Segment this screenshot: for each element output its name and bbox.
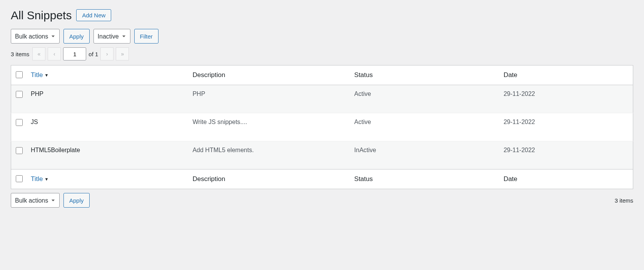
- description-column-header: Description: [189, 65, 350, 85]
- row-description: Write JS snippets....: [189, 113, 350, 141]
- status-column-header: Status: [350, 65, 500, 85]
- status-filter-select[interactable]: Inactive: [93, 29, 130, 44]
- select-all-checkbox-top[interactable]: [16, 71, 23, 78]
- row-checkbox[interactable]: [16, 91, 23, 98]
- last-page-button[interactable]: »: [116, 47, 129, 60]
- next-page-button[interactable]: ›: [100, 47, 113, 60]
- sort-down-icon: ▼: [45, 177, 49, 181]
- title-column-label-footer: Title: [31, 175, 43, 183]
- current-page-input[interactable]: [63, 47, 86, 60]
- add-new-button[interactable]: Add New: [76, 9, 111, 21]
- title-column-label: Title: [31, 71, 43, 79]
- title-column-sort[interactable]: Title ▼: [31, 71, 48, 79]
- table-row: JSWrite JS snippets....Active29-11-2022: [11, 113, 633, 141]
- tablenav-top: Bulk actions Apply Inactive Filter: [11, 29, 633, 44]
- row-title[interactable]: PHP: [31, 91, 43, 97]
- sort-down-icon: ▼: [45, 73, 49, 77]
- filter-button[interactable]: Filter: [134, 29, 158, 44]
- apply-button-bottom[interactable]: Apply: [63, 193, 90, 208]
- tablenav-bottom: Bulk actions Apply 3 items: [11, 193, 633, 208]
- paging-of-text: of 1: [88, 51, 98, 57]
- select-all-footer: [11, 169, 27, 189]
- row-title-cell: HTML5Boilerplate: [27, 141, 189, 169]
- row-date: 29-11-2022: [500, 141, 633, 169]
- snippets-table: Title ▼ Description Status Date PHPPHPAc…: [11, 65, 633, 189]
- table-row: HTML5BoilerplateAdd HTML5 elements.InAct…: [11, 141, 633, 169]
- date-column-header: Date: [500, 65, 633, 85]
- pagination-top: 3 items « ‹ of 1 › »: [11, 47, 633, 60]
- pagination-links: « ‹ of 1 › »: [32, 47, 129, 60]
- row-title[interactable]: JS: [31, 119, 38, 125]
- row-check-cell: [11, 85, 27, 113]
- row-title[interactable]: HTML5Boilerplate: [31, 147, 80, 153]
- row-status: Active: [350, 113, 500, 141]
- description-column-footer: Description: [189, 169, 350, 189]
- row-title-cell: JS: [27, 113, 189, 141]
- page-title: All Snippets: [11, 8, 72, 23]
- first-page-button[interactable]: «: [32, 47, 45, 60]
- row-checkbox[interactable]: [16, 147, 23, 154]
- row-status: Active: [350, 85, 500, 113]
- date-column-footer: Date: [500, 169, 633, 189]
- row-date: 29-11-2022: [500, 85, 633, 113]
- row-description: Add HTML5 elements.: [189, 141, 350, 169]
- bulk-actions-select[interactable]: Bulk actions: [11, 29, 60, 44]
- row-description: PHP: [189, 85, 350, 113]
- items-count-bottom: 3 items: [615, 197, 633, 204]
- row-date: 29-11-2022: [500, 113, 633, 141]
- items-count: 3 items: [11, 51, 29, 57]
- page-header: All Snippets Add New: [11, 8, 633, 23]
- row-check-cell: [11, 141, 27, 169]
- table-row: PHPPHPActive29-11-2022: [11, 85, 633, 113]
- row-title-cell: PHP: [27, 85, 189, 113]
- bulk-actions-select-bottom[interactable]: Bulk actions: [11, 193, 60, 208]
- row-status: InActive: [350, 141, 500, 169]
- select-all-header: [11, 65, 27, 85]
- apply-button-top[interactable]: Apply: [63, 29, 90, 44]
- row-checkbox[interactable]: [16, 119, 23, 126]
- row-check-cell: [11, 113, 27, 141]
- status-column-footer: Status: [350, 169, 500, 189]
- title-column-sort-footer[interactable]: Title ▼: [31, 175, 48, 183]
- prev-page-button[interactable]: ‹: [48, 47, 61, 60]
- select-all-checkbox-bottom[interactable]: [16, 175, 23, 182]
